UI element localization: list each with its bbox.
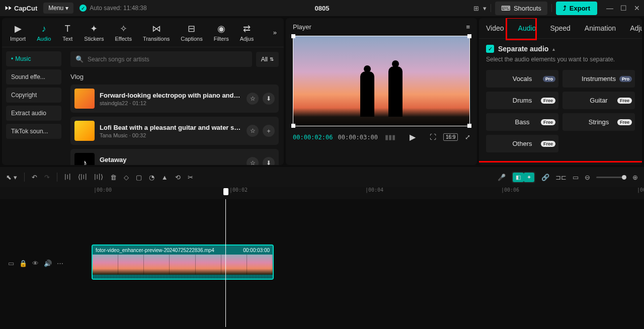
- zoom-out-icon[interactable]: ⊖: [585, 174, 590, 181]
- player-preview[interactable]: [293, 36, 470, 126]
- separate-audio-checkbox[interactable]: ✓: [486, 45, 494, 53]
- timeline-clip[interactable]: ✎ Cover fotor-video_enhancer-preview-202…: [92, 244, 274, 280]
- toolbar-audio[interactable]: ♪Audio: [32, 22, 56, 43]
- speed-tool[interactable]: ◔: [149, 174, 154, 181]
- search-input-wrap[interactable]: 🔍: [70, 51, 252, 67]
- minimize-button[interactable]: —: [606, 4, 613, 12]
- shortcuts-button[interactable]: ⌨ Shortcuts: [495, 2, 547, 15]
- preview-icon[interactable]: ▭: [573, 174, 579, 181]
- toolbar-adjus[interactable]: ⇄Adjus: [235, 22, 259, 43]
- clip-duration: 00:00:03:00: [243, 248, 270, 253]
- split-right-tool[interactable]: 〣⟩: [94, 173, 103, 182]
- track-meta: Official Sound Studio · 00:39: [100, 164, 242, 166]
- layout-icon[interactable]: ⊞: [473, 5, 479, 12]
- tl-more-icon[interactable]: ⋯: [57, 260, 63, 267]
- export-icon: ⤴: [563, 5, 567, 12]
- tab-animation[interactable]: Animation: [578, 18, 623, 38]
- audio-icon: ♪: [38, 23, 49, 34]
- compare-icon[interactable]: ▮▮▮: [383, 132, 397, 142]
- scale-icon[interactable]: ⛶: [428, 132, 438, 142]
- sidebar-item-extract-audio[interactable]: Extract audio: [6, 106, 61, 121]
- separate-strings[interactable]: StringsFree: [562, 113, 635, 131]
- playhead-line[interactable]: [225, 199, 226, 327]
- toolbar-filters[interactable]: ◉Filters: [209, 22, 234, 43]
- tab-video[interactable]: Video: [479, 18, 511, 38]
- tl-lock-icon[interactable]: 🔒: [19, 260, 27, 267]
- zoom-slider[interactable]: [596, 177, 626, 178]
- toolbar-stickers[interactable]: ✦Stickers: [79, 22, 109, 43]
- sidebar-item-sound-effe-[interactable]: Sound effe...: [6, 69, 61, 85]
- split-left-tool[interactable]: ⟨〣: [78, 173, 87, 182]
- player-menu-icon[interactable]: ≡: [466, 23, 470, 31]
- favorite-button[interactable]: ☆: [247, 93, 259, 105]
- aspect-ratio[interactable]: 16:9: [443, 133, 458, 141]
- toolbar-captions[interactable]: ⊟Captions: [176, 22, 207, 43]
- export-button[interactable]: ⤴ Export: [556, 2, 597, 15]
- download-button[interactable]: ⬇: [263, 93, 275, 105]
- zoom-in-icon[interactable]: ⊕: [632, 174, 638, 181]
- align-icon[interactable]: ⊐⊏: [555, 174, 567, 181]
- sidebar-item-tiktok-soun-[interactable]: TikTok soun...: [6, 124, 61, 139]
- magnet-on[interactable]: ◧: [513, 173, 524, 182]
- project-title: 0805: [315, 5, 330, 12]
- toolbar-transitions[interactable]: ⋈Transitions: [138, 22, 175, 43]
- playhead-handle[interactable]: [223, 188, 228, 195]
- layout-chevron-icon[interactable]: ▾: [483, 5, 487, 12]
- magnet-toggle[interactable]: ◧ ✦: [512, 172, 535, 183]
- separate-instruments[interactable]: InstrumentsPro: [562, 70, 635, 88]
- transitions-icon: ⋈: [151, 23, 162, 34]
- toolbar-more[interactable]: »: [269, 27, 281, 38]
- crop2-tool[interactable]: ✂: [188, 174, 193, 181]
- favorite-button[interactable]: ☆: [247, 125, 259, 137]
- separate-guitar[interactable]: GuitarFree: [562, 92, 635, 109]
- favorite-button[interactable]: ☆: [247, 157, 259, 165]
- add-button[interactable]: ＋: [263, 125, 275, 137]
- separate-vocals[interactable]: VocalsPro: [486, 70, 558, 88]
- separate-others[interactable]: OthersFree: [486, 135, 558, 152]
- rotate-tool[interactable]: ⟲: [175, 174, 181, 181]
- crop-tool[interactable]: ▢: [136, 174, 142, 181]
- time-current: 00:00:02:06: [293, 134, 333, 141]
- tab-audio[interactable]: Audio: [511, 18, 543, 38]
- track-title: Forward-looking electropop with piano an…: [100, 92, 242, 99]
- app-logo: CapCut: [4, 4, 37, 12]
- mic-icon[interactable]: 🎤: [498, 174, 506, 181]
- toolbar-effects[interactable]: ✧Effects: [110, 22, 136, 43]
- redo-button[interactable]: ↷: [44, 174, 50, 181]
- free-badge: Free: [541, 98, 555, 104]
- delete-tool[interactable]: 🗑: [110, 174, 117, 181]
- play-button[interactable]: ▶: [408, 131, 418, 143]
- tl-mute-icon[interactable]: 🔊: [44, 260, 52, 267]
- free-badge: Free: [617, 119, 632, 125]
- pointer-tool[interactable]: ⬉ ▾: [6, 174, 17, 181]
- track-meta: staindgla22 · 01:12: [100, 100, 242, 106]
- track-item[interactable]: ♪GetawayOfficial Sound Studio · 00:39☆⬇: [70, 149, 279, 165]
- undo-button[interactable]: ↶: [32, 174, 37, 181]
- download-button[interactable]: ⬇: [263, 157, 275, 165]
- fullscreen-icon[interactable]: ⤢: [463, 132, 472, 142]
- track-item[interactable]: Lofi Beat with a pleasant guitar and wat…: [70, 117, 279, 145]
- menu-button[interactable]: Menu ▾: [43, 3, 73, 14]
- collapse-icon[interactable]: ▴: [552, 46, 555, 52]
- mirror-tool[interactable]: ▲: [162, 174, 168, 181]
- filter-all-button[interactable]: All ⇅: [256, 52, 279, 67]
- magnet-snap[interactable]: ✦: [524, 173, 534, 182]
- tab-speed[interactable]: Speed: [543, 18, 577, 38]
- separate-drums[interactable]: DrumsFree: [486, 92, 558, 109]
- toolbar-import[interactable]: ▶Import: [5, 22, 31, 43]
- category-title: Vlog: [70, 73, 279, 80]
- maximize-button[interactable]: ☐: [620, 4, 627, 12]
- tl-layers-icon[interactable]: ▭: [8, 260, 14, 267]
- split-tool[interactable]: 〣: [64, 173, 71, 182]
- link-icon[interactable]: 🔗: [541, 174, 549, 181]
- search-input[interactable]: [88, 56, 247, 63]
- tab-adjus[interactable]: Adjus: [623, 18, 642, 38]
- sidebar-item-music[interactable]: •Music: [6, 51, 61, 66]
- sidebar-item-copyright[interactable]: Copyright: [6, 88, 61, 103]
- close-button[interactable]: ✕: [634, 4, 640, 12]
- marker-tool[interactable]: ◇: [124, 174, 129, 181]
- track-item[interactable]: Forward-looking electropop with piano an…: [70, 85, 279, 113]
- toolbar-text[interactable]: TText: [57, 22, 78, 43]
- separate-bass[interactable]: BassFree: [486, 113, 558, 131]
- tl-eye-icon[interactable]: 👁: [32, 260, 39, 267]
